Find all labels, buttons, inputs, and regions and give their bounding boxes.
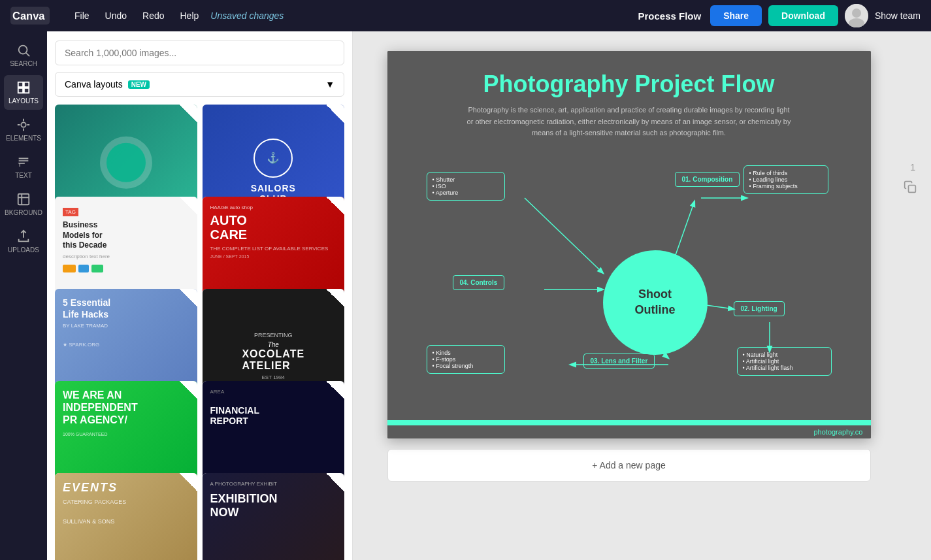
canvas-content: Photography Project Flow Photography is … xyxy=(387,51,871,420)
svg-rect-14 xyxy=(909,186,916,193)
corner-fold-icon xyxy=(326,289,344,307)
canvas-area: 1 Photography Project Flow Photography i… xyxy=(353,31,931,560)
framing-subjects: • Framing subjects xyxy=(749,183,823,189)
sidebar-text-label: TEXT xyxy=(15,172,32,179)
sidebar-layouts-label: LAYOUTS xyxy=(8,97,39,105)
copy-icon[interactable] xyxy=(901,178,919,196)
layout-dropdown: Canva layouts NEW ▼ xyxy=(55,72,344,97)
svg-rect-7 xyxy=(18,82,23,87)
chevron-down-icon: ▼ xyxy=(325,79,335,90)
nav-redo[interactable]: Redo xyxy=(136,7,171,25)
search-input[interactable] xyxy=(55,41,344,65)
dropdown-label-text: Canva layouts xyxy=(65,79,123,90)
svg-point-3 xyxy=(852,8,861,18)
template-grid: LISTEN TOTHE WAVE ♛FREE ⚓ SAILORSCLUB ES… xyxy=(47,105,352,560)
flow-diagram: • Shutter • ISO • Aperture 01. Compositi… xyxy=(414,159,845,407)
composition-label: 01. Composition xyxy=(682,176,733,183)
topbar-nav: File Undo Redo Help Unsaved changes xyxy=(68,7,284,25)
corner-fold-icon xyxy=(179,289,197,307)
svg-line-17 xyxy=(675,201,694,257)
svg-rect-13 xyxy=(18,194,29,205)
svg-rect-10 xyxy=(24,88,29,93)
iso-text: • ISO xyxy=(433,183,499,189)
canvas-footer-bar xyxy=(387,420,871,425)
flow-box-composition-detail: • Rule of thirds • Leading lines • Frami… xyxy=(743,165,828,194)
nav-undo[interactable]: Undo xyxy=(99,7,133,25)
sidebar-item-background[interactable]: BKGROUND xyxy=(4,187,43,222)
nav-help[interactable]: Help xyxy=(174,7,206,25)
sidebar-item-uploads[interactable]: UPLOADS xyxy=(4,224,43,259)
corner-fold-icon xyxy=(179,473,197,491)
new-badge: NEW xyxy=(128,80,150,89)
flow-box-lens: 03. Lens and Filter xyxy=(583,354,655,369)
artificial-flash: • Artificial light flash xyxy=(743,365,826,371)
corner-fold-icon xyxy=(179,105,197,123)
flow-box-lighting-detail: • Natural light • Artificial light • Art… xyxy=(737,347,832,376)
sidebar-item-search[interactable]: SEARCH xyxy=(4,38,43,73)
svg-rect-9 xyxy=(18,88,23,93)
topbar: Canva File Undo Redo Help Unsaved change… xyxy=(0,0,931,31)
controls-label: 04. Controls xyxy=(460,279,498,286)
svg-text:Canva: Canva xyxy=(12,10,45,22)
lens-label: 03. Lens and Filter xyxy=(591,357,648,365)
flow-circle-shoot: ShootOutline xyxy=(603,250,708,355)
flow-box-controls: 04. Controls xyxy=(453,275,505,290)
svg-point-11 xyxy=(21,122,25,127)
sidebar-elements-label: ELEMENTS xyxy=(6,135,41,142)
flow-box-kinds: • Kinds • F-stops • Focal strength xyxy=(427,345,505,374)
natural-light: • Natural light xyxy=(743,352,826,358)
sidebar-icons: SEARCH LAYOUTS ELEMENTS T TEXT BKGROUND … xyxy=(0,31,47,560)
template-card-exhibition[interactable]: A PHOTOGRAPHY EXHIBIT EXHIBITIONNOW ♛FRE… xyxy=(203,473,345,560)
lighting-label: 02. Lighting xyxy=(741,305,777,312)
add-page-button[interactable]: + Add a new page xyxy=(387,449,871,482)
avatar[interactable] xyxy=(845,4,868,27)
flow-box-shutter: • Shutter • ISO • Aperture xyxy=(427,172,505,201)
share-button[interactable]: Share xyxy=(710,5,762,26)
sidebar-item-elements[interactable]: ELEMENTS xyxy=(4,112,43,147)
leading-lines: • Leading lines xyxy=(749,176,823,183)
layout-dropdown-button[interactable]: Canva layouts NEW ▼ xyxy=(55,72,344,97)
rule-thirds: • Rule of thirds xyxy=(749,170,823,176)
download-button[interactable]: Download xyxy=(768,5,838,26)
show-team-button[interactable]: Show team xyxy=(875,10,921,21)
search-area xyxy=(47,31,352,72)
corner-fold-icon xyxy=(326,381,344,399)
svg-rect-8 xyxy=(24,82,29,87)
sidebar-search-label: SEARCH xyxy=(10,60,37,67)
shutter-text: • Shutter xyxy=(433,176,499,183)
aperture-text: • Aperture xyxy=(433,189,499,196)
unsaved-changes: Unsaved changes xyxy=(210,10,284,21)
artificial-light: • Artificial light xyxy=(743,358,826,365)
sidebar-item-layouts[interactable]: LAYOUTS xyxy=(4,75,43,110)
sidebar-background-label: BKGROUND xyxy=(5,209,42,216)
sidebar-item-text[interactable]: T TEXT xyxy=(4,150,43,184)
nav-file[interactable]: File xyxy=(68,7,96,25)
main-layout: SEARCH LAYOUTS ELEMENTS T TEXT BKGROUND … xyxy=(0,31,931,560)
corner-fold-icon xyxy=(179,381,197,399)
corner-fold-icon xyxy=(179,197,197,215)
canvas-footer-text: photography.co xyxy=(387,425,871,438)
topbar-right: Process Flow Share Download Show team xyxy=(638,4,921,27)
design-canvas[interactable]: Photography Project Flow Photography is … xyxy=(387,51,871,438)
sidebar-panel: Canva layouts NEW ▼ LISTEN TOTHE WAVE xyxy=(47,31,353,560)
svg-line-6 xyxy=(26,53,29,56)
template-card-events[interactable]: EVENTS CATERING PACKAGES SULLIVAN & SONS… xyxy=(55,473,197,560)
canva-logo[interactable]: Canva xyxy=(10,7,50,25)
document-title[interactable]: Process Flow xyxy=(638,10,701,22)
svg-line-15 xyxy=(525,198,603,273)
canvas-title: Photography Project Flow xyxy=(414,71,845,98)
svg-point-5 xyxy=(19,46,27,54)
corner-fold-icon xyxy=(326,473,344,491)
fstops-text: • F-stops xyxy=(433,356,499,363)
svg-text:T: T xyxy=(18,162,22,168)
corner-fold-icon xyxy=(326,197,344,215)
page-number: 1 xyxy=(910,162,915,173)
focal-text: • Focal strength xyxy=(433,363,499,369)
flow-box-composition: 01. Composition xyxy=(675,172,740,187)
corner-fold-icon xyxy=(326,105,344,123)
sidebar-uploads-label: UPLOADS xyxy=(8,246,39,254)
kinds-text: • Kinds xyxy=(433,350,499,356)
canvas-subtitle: Photography is the science, art, applica… xyxy=(466,105,792,139)
flow-box-lighting: 02. Lighting xyxy=(734,301,785,316)
